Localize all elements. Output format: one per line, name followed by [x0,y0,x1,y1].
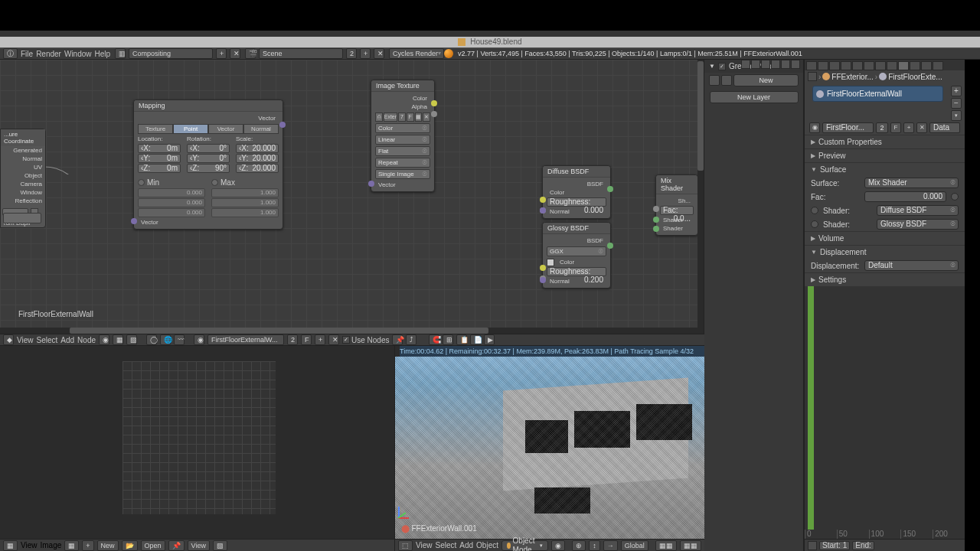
menu-view[interactable]: View [416,541,433,549]
shader-line-icon[interactable]: 〰 [174,334,185,345]
material-users[interactable]: 2 [876,122,888,133]
surface-shader-dropdown[interactable]: Mix Shader [864,178,959,188]
ctx-particles-icon[interactable] [921,61,932,70]
colorspace-dropdown[interactable]: Color [375,123,430,133]
material-users[interactable]: 2 [287,334,298,345]
autorender-icon[interactable]: ▶ [484,334,495,345]
min-x[interactable]: 0.000 [138,188,205,197]
section-preview[interactable]: Preview [805,148,965,162]
material-unlink-button[interactable]: ✕ [916,122,927,133]
diffuse-roughness[interactable]: Roughness: 0.000 [547,197,606,207]
snap-toggle-icon[interactable]: 🧲 [429,334,439,345]
material-name-field[interactable]: FirstFloor... [822,122,874,133]
scene-dropdown[interactable]: Scene [259,48,343,59]
gp-icon-1[interactable] [741,60,750,69]
shader-object-icon[interactable]: ◯ [146,334,157,345]
min-z[interactable]: 0.000 [138,208,205,217]
gp-new-layer-button[interactable]: New Layer [710,91,799,103]
material-slot-selected[interactable]: FirstFloorExternalWall [812,86,943,102]
view-mode-dropdown[interactable]: View [188,540,210,551]
gp-icon-6[interactable] [791,60,800,69]
gp-icon-5[interactable] [781,60,790,69]
screen-layout-dropdown[interactable]: Compositing [129,48,213,59]
start-frame-field[interactable]: Start: 1 [819,541,850,550]
menu-view[interactable]: View [21,541,38,549]
socket-bsdf-out[interactable]: BSDF [547,180,606,188]
ctx-data-icon[interactable] [887,61,897,70]
mapping-tabs[interactable]: Texture Point Vector Normal [138,124,279,134]
socket-normal[interactable]: Normal [1,155,45,163]
properties-context-tabs[interactable] [805,60,965,70]
socket-bsdf-out[interactable]: BSDF [547,236,606,245]
editor-type-icon[interactable]: ◆ [3,334,14,345]
image-buttons[interactable]: ⎙ Exter 7 F ▦ ✕ [375,112,430,122]
end-frame-field[interactable]: End: [852,541,874,550]
material-fake-user[interactable]: F [301,334,312,345]
socket-uv[interactable]: UV [1,163,45,171]
use-nodes-checkbox[interactable]: ✓Use Nodes [342,336,389,344]
rot-y[interactable]: ‹Y: 0° [187,154,230,163]
socket-camera[interactable]: Camera [1,180,45,188]
projection-dropdown[interactable]: Flat [375,146,430,156]
layers-icon[interactable]: ▦▦ [655,540,677,551]
shader1-dropdown[interactable]: Diffuse BSDF [877,205,959,216]
loc-x[interactable]: ‹X: 0m [138,144,181,153]
gp-panel-icons[interactable] [741,60,800,69]
extension-dropdown[interactable]: Repeat [375,158,430,168]
menu-add[interactable]: Add [459,541,473,549]
del-scene-button[interactable]: ✕ [374,48,384,59]
scl-y[interactable]: ‹Y: 20.000 [236,154,279,163]
menu-file[interactable]: File [21,50,33,58]
add-layout-button[interactable]: + [216,48,227,59]
menu-object[interactable]: Object [476,541,498,549]
render-preview[interactable]: ⬤ FFExteriorWall.001 [395,357,704,539]
fac-node-icon[interactable] [951,193,959,201]
ctx-object-icon[interactable] [852,61,863,70]
ctx-scene-icon[interactable] [829,61,840,70]
plus-icon[interactable]: + [82,540,93,551]
vertical-scrollbar[interactable] [697,60,704,334]
rot-z[interactable]: ‹Z: 90° [187,164,230,173]
copy-nodes-icon[interactable]: 📋 [456,334,467,345]
menu-render[interactable]: Render [36,50,61,58]
translate-manip-icon[interactable]: → [603,540,618,551]
socket-window[interactable]: Window [1,188,45,197]
del-layout-button[interactable]: ✕ [230,48,240,59]
menu-node[interactable]: Node [77,336,96,344]
img-name[interactable]: Exter [384,112,397,122]
image-browse-icon[interactable]: ▦ [64,540,79,551]
img-users[interactable]: 7 [398,112,406,122]
menu-help[interactable]: Help [95,50,111,58]
gp-new-button[interactable]: New [733,74,799,86]
node-glossy-bsdf[interactable]: Glossy BSDF BSDF GGX Color Roughness: 0.… [542,222,611,289]
menu-select[interactable]: Select [436,541,457,549]
pivot-icon[interactable]: ⊕ [572,540,586,551]
add-material-slot-button[interactable]: + [951,86,962,96]
tab-point[interactable]: Point [173,124,208,134]
img-browse-icon[interactable]: ⎙ [375,112,383,122]
max-x[interactable]: 1.000 [211,188,279,197]
ctx-world-icon[interactable] [841,61,851,70]
gp-icon-2[interactable] [751,60,760,69]
gp-draw-icon[interactable] [709,75,720,86]
object-picker[interactable] [3,213,41,223]
shading-rendered-icon[interactable]: ◉ [551,540,565,551]
open-icon[interactable]: 📂 [122,540,138,551]
section-custom-properties[interactable]: Custom Properties [805,135,965,148]
min-check[interactable]: Min [138,178,205,187]
section-surface[interactable]: Surface [805,162,965,176]
source-dropdown[interactable]: Single Image [375,169,430,179]
menu-view[interactable]: View [17,336,34,344]
editor-type-icon[interactable]: ▦ [3,540,18,551]
fac-value[interactable]: 0.000 [864,191,946,202]
gp-icon-3[interactable] [761,60,770,69]
socket-color-out[interactable]: Color [375,94,430,103]
shader2-conn-icon[interactable] [811,220,818,228]
min-y[interactable]: 0.000 [138,198,205,207]
socket-generated[interactable]: Generated [1,146,45,155]
material-name-field[interactable]: FirstFloorExternalW... [207,334,284,345]
tab-texture[interactable]: Texture [138,124,173,134]
max-y[interactable]: 1.000 [211,198,279,207]
gp-icon-4[interactable] [771,60,780,69]
go-parent-icon[interactable]: ⤴ [406,334,416,345]
